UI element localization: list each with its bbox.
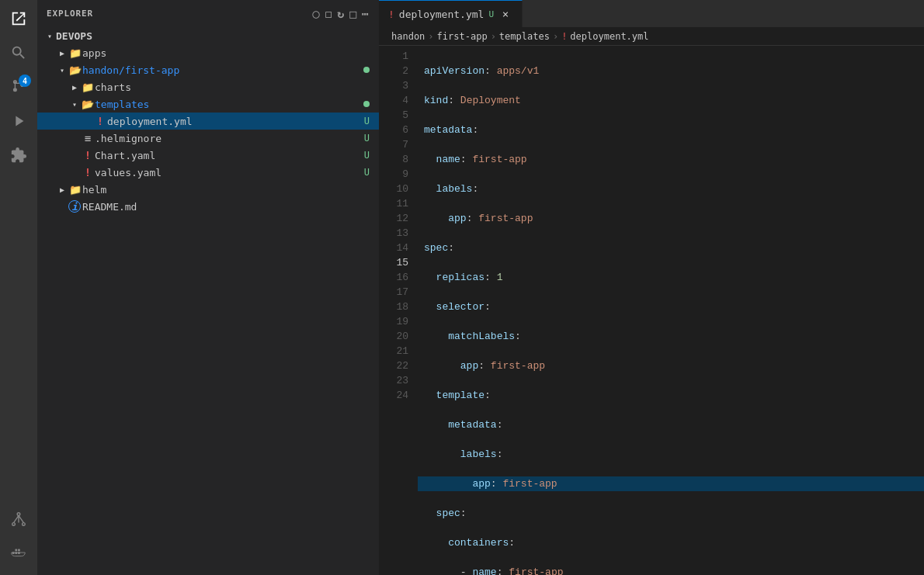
breadcrumb-sep-3: ›	[553, 31, 558, 42]
code-line-4: name: first-app	[418, 152, 924, 167]
ln-22: 22	[379, 359, 408, 373]
svg-point-4	[12, 523, 16, 526]
breadcrumb-first-app[interactable]: first-app	[437, 31, 488, 42]
breadcrumb: handon › first-app › templates › ! deplo…	[379, 27, 924, 46]
refresh-action[interactable]: ↻	[337, 7, 345, 21]
ln-5: 5	[379, 108, 408, 123]
tab-warn-icon: !	[388, 9, 394, 20]
values-yaml-warn-icon: !	[81, 166, 95, 178]
helm-arrow: ▶	[56, 185, 68, 194]
breadcrumb-file-icon: !	[561, 31, 567, 42]
code-line-15: app: first-app	[418, 476, 924, 491]
code-line-18: - name: first-app	[418, 565, 924, 575]
git-activity-icon[interactable]	[3, 504, 34, 535]
search-activity-icon[interactable]	[3, 37, 34, 68]
code-line-11: app: first-app	[418, 359, 924, 373]
ln-12: 12	[379, 211, 408, 226]
charts-arrow: ▶	[68, 83, 81, 92]
code-line-13: metadata:	[418, 417, 924, 432]
devops-arrow: ▾	[43, 32, 56, 40]
ln-11: 11	[379, 196, 408, 211]
code-line-14: labels:	[418, 447, 924, 462]
new-file-action[interactable]: ◯	[312, 7, 320, 21]
breadcrumb-file[interactable]: deployment.yml	[570, 31, 648, 42]
ln-20: 20	[379, 329, 408, 344]
apps-label: apps	[82, 47, 373, 59]
code-line-6: app: first-app	[418, 211, 924, 226]
activity-bar: 4	[0, 0, 37, 575]
run-activity-icon[interactable]	[3, 106, 34, 137]
ln-13: 13	[379, 226, 408, 241]
tab-deployment-yml[interactable]: ! deployment.yml U ×	[379, 0, 523, 27]
apps-arrow: ▶	[56, 49, 68, 57]
handon-folder-icon: 📂	[68, 64, 82, 76]
deployment-badge: U	[364, 116, 373, 126]
tree-item-values-yaml[interactable]: ▶ ! values.yaml U	[37, 164, 379, 181]
ln-10: 10	[379, 182, 408, 196]
editor-area: ! deployment.yml U × handon › first-app …	[379, 0, 924, 575]
more-actions[interactable]: ⋯	[362, 7, 370, 21]
chart-yaml-label: Chart.yaml	[95, 150, 364, 161]
handon-dot	[363, 67, 370, 73]
tree-item-charts[interactable]: ▶ 📁 charts	[37, 78, 379, 95]
ln-21: 21	[379, 344, 408, 359]
tree-item-chart-yaml[interactable]: ▶ ! Chart.yaml U	[37, 147, 379, 164]
code-line-12: template:	[418, 388, 924, 403]
devops-label: DEVOPS	[56, 30, 373, 42]
tab-close-button[interactable]: ×	[498, 7, 512, 21]
new-folder-action[interactable]: ◻	[325, 7, 332, 21]
templates-arrow: ▾	[68, 100, 81, 109]
tree-item-deployment-yml[interactable]: ▶ ! deployment.yml U	[37, 113, 379, 130]
tree-item-readme[interactable]: ▶ i README.md	[37, 198, 379, 215]
sidebar: EXPLORER ◯ ◻ ↻ □ ⋯ ▾ DEVOPS ▶ 📁 apps ▾ 📂…	[37, 0, 379, 575]
templates-folder-icon: 📂	[81, 99, 95, 110]
collapse-action[interactable]: □	[349, 7, 357, 21]
values-yaml-label: values.yaml	[95, 167, 364, 178]
code-content[interactable]: apiVersion: apps/v1 kind: Deployment met…	[418, 46, 924, 575]
explorer-icon[interactable]	[3, 3, 34, 34]
values-yaml-badge: U	[364, 167, 373, 178]
svg-rect-7	[15, 552, 17, 554]
tree-item-handon-first-app[interactable]: ▾ 📂 handon/first-app	[37, 61, 379, 78]
sidebar-header: EXPLORER ◯ ◻ ↻ □ ⋯	[37, 0, 379, 27]
code-line-9: selector:	[418, 300, 924, 314]
charts-folder-icon: 📁	[81, 81, 95, 93]
extensions-activity-icon[interactable]	[3, 140, 34, 171]
source-control-activity-icon[interactable]: 4	[3, 71, 34, 102]
breadcrumb-templates[interactable]: templates	[499, 31, 550, 42]
svg-rect-6	[12, 552, 15, 554]
tree-item-apps[interactable]: ▶ 📁 apps	[37, 44, 379, 61]
ln-15: 15	[379, 255, 408, 270]
code-line-10: matchLabels:	[418, 329, 924, 344]
breadcrumb-sep-1: ›	[428, 31, 433, 42]
templates-dot	[363, 101, 370, 107]
code-line-3: metadata:	[418, 123, 924, 137]
file-tree: ▾ DEVOPS ▶ 📁 apps ▾ 📂 handon/first-app ▶…	[37, 27, 379, 575]
ln-8: 8	[379, 152, 408, 167]
code-area: 1 2 3 4 5 6 7 8 9 10 11 12 13 14 15 16 1…	[379, 46, 924, 575]
docker-activity-icon[interactable]	[3, 538, 34, 569]
ln-14: 14	[379, 241, 408, 255]
breadcrumb-handon[interactable]: handon	[391, 31, 425, 42]
tab-name: deployment.yml	[399, 9, 485, 20]
ln-7: 7	[379, 137, 408, 152]
ln-19: 19	[379, 314, 408, 329]
ln-1: 1	[379, 49, 408, 64]
tree-item-helmignore[interactable]: ▶ ≡ .helmignore U	[37, 130, 379, 147]
svg-rect-10	[18, 549, 20, 552]
code-line-16: spec:	[418, 506, 924, 521]
line-numbers: 1 2 3 4 5 6 7 8 9 10 11 12 13 14 15 16 1…	[379, 46, 418, 575]
ln-16: 16	[379, 270, 408, 285]
tree-item-helm[interactable]: ▶ 📁 helm	[37, 181, 379, 198]
ln-6: 6	[379, 123, 408, 137]
tree-root-devops[interactable]: ▾ DEVOPS	[37, 27, 379, 44]
ln-9: 9	[379, 167, 408, 182]
svg-point-3	[17, 513, 20, 516]
ln-2: 2	[379, 64, 408, 78]
tree-item-templates[interactable]: ▾ 📂 templates	[37, 95, 379, 113]
handon-label: handon/first-app	[82, 64, 363, 76]
handon-arrow: ▾	[56, 66, 68, 74]
deployment-label: deployment.yml	[107, 116, 364, 127]
ln-24: 24	[379, 388, 408, 403]
readme-info-icon: i	[68, 200, 81, 213]
